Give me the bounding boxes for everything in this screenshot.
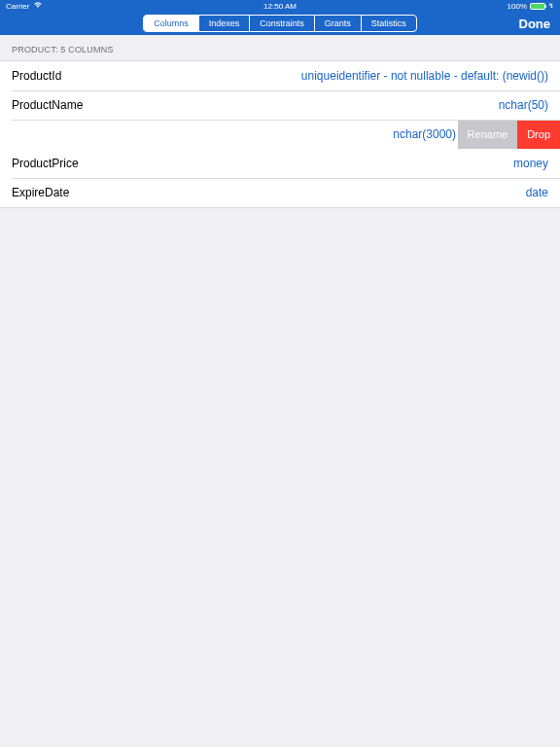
- column-type: nchar(50): [499, 98, 548, 112]
- column-name: ProductId: [12, 69, 61, 83]
- column-type: date: [526, 186, 548, 199]
- tab-grants[interactable]: Grants: [315, 16, 362, 31]
- section-header: Product: 5 columns: [0, 35, 560, 60]
- table-row[interactable]: ProductPrice money: [0, 149, 560, 178]
- table-row[interactable]: ProductId uniqueidentifier - not nullabl…: [0, 61, 560, 90]
- drop-button[interactable]: Drop: [517, 120, 560, 149]
- row-actions: Rename Drop: [458, 120, 560, 149]
- tab-constraints[interactable]: Constraints: [250, 16, 315, 31]
- battery-icon: [530, 3, 545, 10]
- status-bar: Carrier 12:50 AM 100% ↯: [0, 0, 560, 12]
- column-type: money: [513, 157, 548, 170]
- tab-columns[interactable]: Columns: [144, 16, 199, 31]
- wifi-icon: [33, 1, 43, 11]
- columns-table: ProductId uniqueidentifier - not nullabl…: [0, 60, 560, 208]
- status-time: 12:50 AM: [263, 2, 297, 11]
- segmented-control: Columns Indexes Constraints Grants Stati…: [143, 15, 417, 32]
- rename-button[interactable]: Rename: [458, 120, 518, 149]
- battery-percent: 100%: [508, 2, 527, 11]
- status-right: 100% ↯: [508, 2, 554, 11]
- table-row[interactable]: ProductName nchar(50): [0, 90, 560, 120]
- column-name: ProductName: [12, 98, 83, 112]
- column-name: ProductPrice: [12, 157, 79, 170]
- tab-indexes[interactable]: Indexes: [199, 16, 251, 31]
- nav-bar: Columns Indexes Constraints Grants Stati…: [0, 12, 560, 35]
- done-button[interactable]: Done: [519, 17, 551, 31]
- table-row[interactable]: ExpireDate date: [0, 178, 560, 207]
- table-row-swiped[interactable]: on nchar(3000) Rename Drop: [0, 120, 560, 149]
- charging-icon: ↯: [548, 2, 554, 10]
- column-type: nchar(3000): [393, 127, 456, 141]
- column-name: ExpireDate: [12, 186, 69, 199]
- column-type: uniqueidentifier - not nullable - defaul…: [301, 69, 548, 83]
- tab-statistics[interactable]: Statistics: [362, 16, 416, 31]
- carrier-label: Carrier: [6, 2, 29, 11]
- status-left: Carrier: [6, 1, 43, 11]
